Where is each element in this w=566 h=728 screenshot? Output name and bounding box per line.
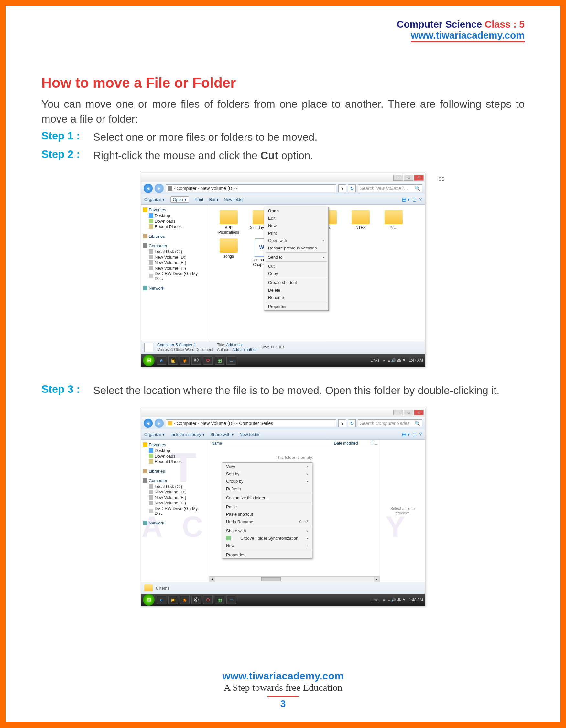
taskbar-app[interactable]: ▭ [227,356,236,365]
sidebar-item-d[interactable]: New Volume (D:) [143,254,207,260]
maximize-button[interactable]: ▭ [404,410,413,415]
minimize-button[interactable]: — [393,175,403,181]
favorites-header[interactable]: Favorites [143,442,207,447]
open-button[interactable]: Open ▾ [171,196,189,203]
dropdown-button[interactable]: ▾ [338,419,346,427]
network-header[interactable]: Network [143,521,207,525]
network-header[interactable]: Network [143,286,207,291]
taskbar-app[interactable]: ▭ [227,596,236,604]
menu-edit[interactable]: Edit [264,215,328,222]
menu-paste[interactable]: Paste [222,503,312,511]
menu-share-with[interactable]: Share with▸ [222,527,312,535]
view-button[interactable]: ▤ ▾ [402,432,410,437]
taskbar-app[interactable]: ◉ [180,356,190,365]
new-folder-button[interactable]: New folder [240,432,260,437]
burn-button[interactable]: Burn [209,197,218,202]
refresh-button[interactable]: ↻ [348,184,356,192]
menu-open-with[interactable]: Open with▸ [264,237,328,244]
menu-rename[interactable]: Rename [264,294,328,301]
scrollbar-horizontal[interactable]: ◄► [209,576,380,582]
view-button[interactable]: ▤ ▾ [402,197,410,202]
sidebar-item-recent[interactable]: Recent Places [143,459,207,464]
forward-button[interactable]: ► [155,184,164,193]
forward-button[interactable]: ► [155,419,164,428]
share-button[interactable]: Share with ▾ [211,432,234,437]
minimize-button[interactable]: — [393,410,403,415]
sidebar-item-dvd[interactable]: DVD RW Drive (G:) My Disc [143,271,207,281]
taskbar-ie[interactable]: e [157,356,166,365]
sidebar-item-downloads[interactable]: Downloads [143,218,207,224]
organize-button[interactable]: Organize ▾ [144,432,165,437]
menu-view[interactable]: View▸ [222,463,312,470]
sidebar-item-e[interactable]: New Volume (E:) [143,260,207,265]
search-input[interactable]: Search New Volume (…🔍 [358,184,422,192]
preview-button[interactable]: ▢ [412,197,416,202]
menu-customize-this-folder-[interactable]: Customize this folder... [222,494,312,502]
preview-button[interactable]: ▢ [412,432,416,437]
breadcrumb[interactable]: ▸Computer ▸New Volume (D:) ▸Computer Ser… [166,419,336,427]
taskbar-app[interactable]: ⓒ [192,356,201,365]
help-button[interactable]: ? [419,197,422,202]
menu-delete[interactable]: Delete [264,286,328,294]
taskbar-app[interactable]: ◉ [180,596,190,604]
menu-properties[interactable]: Properties [222,551,312,558]
folder-item[interactable]: songs [214,238,243,267]
refresh-button[interactable]: ↻ [348,419,356,427]
taskbar-explorer[interactable]: ▣ [168,596,178,604]
sidebar-item-e[interactable]: New Volume (E:) [143,495,207,500]
menu-undo-rename[interactable]: Undo RenameCtrl+Z [222,518,312,525]
menu-paste-shortcut[interactable]: Paste shortcut [222,511,312,518]
sidebar-item-dvd[interactable]: DVD RW Drive (G:) My Disc [143,506,207,516]
search-input[interactable]: Search Computer Series🔍 [358,419,422,427]
back-button[interactable]: ◄ [144,419,153,428]
sidebar-item-downloads[interactable]: Downloads [143,453,207,459]
sidebar-item-f[interactable]: New Volume (F:) [143,265,207,271]
folder-item[interactable]: NTFS [346,210,375,235]
menu-print[interactable]: Print [264,229,328,237]
menu-new[interactable]: New▸ [222,542,312,549]
computer-header[interactable]: Computer [143,243,207,248]
folder-item[interactable]: BPP Publications [214,210,243,235]
menu-create-shortcut[interactable]: Create shortcut [264,279,328,286]
organize-button[interactable]: Organize ▾ [144,197,165,202]
menu-open[interactable]: Open [264,207,328,215]
close-button[interactable]: ✕ [414,410,424,415]
start-button[interactable] [143,355,155,366]
include-button[interactable]: Include in library ▾ [171,432,205,437]
sidebar-item-desktop[interactable]: Desktop [143,448,207,453]
content-pane[interactable]: NameDate modifiedT… This folder is empty… [209,440,380,582]
sidebar-item-d[interactable]: New Volume (D:) [143,489,207,495]
taskbar-app[interactable]: ▦ [215,356,225,365]
taskbar-explorer[interactable]: ▣ [168,356,178,365]
column-headers[interactable]: NameDate modifiedT… [209,440,380,447]
libraries-header[interactable]: Libraries [143,469,207,474]
menu-new[interactable]: New [264,222,328,229]
folder-item[interactable]: Pr… [379,210,408,235]
sidebar-item-recent[interactable]: Recent Places [143,224,207,229]
menu-cut[interactable]: Cut [264,262,328,270]
taskbar-ie[interactable]: e [157,596,166,604]
taskbar-app[interactable]: ▦ [215,596,225,604]
close-button[interactable]: ✕ [414,175,424,181]
libraries-header[interactable]: Libraries [143,234,207,239]
sidebar-item-c[interactable]: Local Disk (C:) [143,249,207,254]
taskbar-app[interactable]: ⓒ [192,596,201,604]
new-folder-button[interactable]: New folder [224,197,244,202]
dropdown-button[interactable]: ▾ [338,184,346,192]
sidebar-item-c[interactable]: Local Disk (C:) [143,484,207,489]
content-pane[interactable]: BPP Publications Deendayal G… Jaipur Nus… [209,205,425,341]
back-button[interactable]: ◄ [144,184,153,193]
help-button[interactable]: ? [419,432,422,437]
menu-properties[interactable]: Properties [264,303,328,310]
taskbar-app[interactable]: O [203,596,213,604]
menu-group-by[interactable]: Group by▸ [222,478,312,485]
menu-send-to[interactable]: Send to▸ [264,253,328,261]
taskbar-app[interactable]: O [203,356,213,365]
menu-copy[interactable]: Copy [264,270,328,277]
print-button[interactable]: Print [195,197,204,202]
sidebar-item-f[interactable]: New Volume (F:) [143,500,207,506]
menu-groove-folder-synchronization[interactable]: Groove Folder Synchronization▸ [222,535,312,542]
start-button[interactable] [143,594,155,606]
menu-restore[interactable]: Restore previous versions [264,244,328,252]
favorites-header[interactable]: Favorites [143,207,207,212]
